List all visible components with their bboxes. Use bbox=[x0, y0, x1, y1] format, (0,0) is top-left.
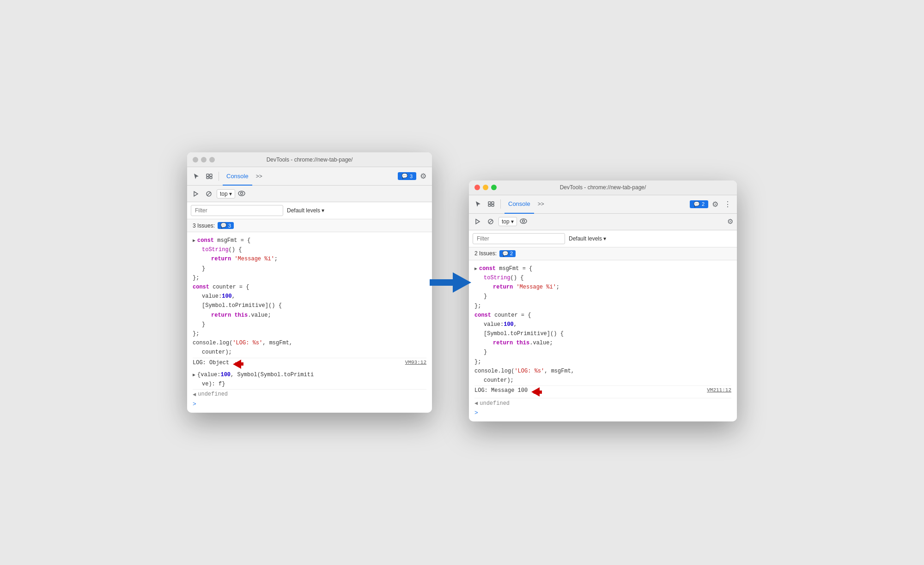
code-line-6: const counter = { bbox=[193, 283, 426, 292]
default-levels-right[interactable]: Default levels ▾ bbox=[569, 235, 606, 242]
toolbar-sep-1 bbox=[219, 172, 219, 181]
svg-marker-13 bbox=[476, 219, 480, 224]
play-icon-right[interactable] bbox=[473, 216, 483, 227]
issues-count-left: 3 bbox=[410, 174, 413, 179]
issues-badge-right[interactable]: 💬 2 bbox=[690, 200, 708, 208]
play-icon-left[interactable] bbox=[191, 189, 201, 199]
issues-inline-badge-right[interactable]: 💬 2 bbox=[499, 250, 516, 257]
code-line-1: ▶ const msgFmt = { bbox=[193, 236, 426, 245]
maximize-btn-left[interactable] bbox=[209, 157, 215, 162]
blue-arrow-container bbox=[432, 272, 469, 293]
r-code-line-4: } bbox=[484, 292, 731, 301]
expand-arrow-1[interactable]: ▶ bbox=[193, 237, 195, 245]
right-log-link[interactable]: VM211:12 bbox=[707, 387, 731, 393]
issues-inline-badge-left[interactable]: 💬 3 bbox=[218, 222, 234, 229]
code-line-10: } bbox=[202, 320, 426, 329]
chevron-down-icon-default-left: ▾ bbox=[322, 207, 324, 214]
left-title-bar: DevTools - chrome://new-tab-page/ bbox=[187, 152, 432, 167]
svg-rect-2 bbox=[207, 177, 209, 179]
r-code-line-13: counter); bbox=[484, 376, 731, 385]
console-tab-right[interactable]: Console bbox=[505, 195, 534, 214]
r-code-line-11: }; bbox=[474, 358, 731, 367]
default-levels-left[interactable]: Default levels ▾ bbox=[287, 207, 324, 214]
left-log-link[interactable]: VM93:12 bbox=[405, 360, 426, 365]
gear-button-right[interactable]: ⚙ bbox=[710, 198, 720, 210]
expand-arrow-object[interactable]: ▶ bbox=[193, 372, 195, 379]
left-issues-bar: 3 Issues: 💬 3 bbox=[187, 219, 432, 232]
right-log-output: LOG: Message 100 bbox=[474, 387, 528, 394]
sec-gear-right[interactable]: ⚙ bbox=[727, 217, 733, 226]
code-line-2: toString () { bbox=[202, 246, 426, 254]
issues-inline-icon-left: 💬 bbox=[220, 222, 227, 228]
r-code-line-9: return this .value; bbox=[493, 339, 731, 348]
right-window-title: DevTools - chrome://new-tab-page/ bbox=[560, 184, 646, 191]
comparison-scene: DevTools - chrome://new-tab-page/ Consol… bbox=[187, 152, 737, 413]
code-line-5: }; bbox=[193, 274, 426, 282]
close-btn-left[interactable] bbox=[193, 157, 198, 162]
left-log-row: LOG: Object VM93:12 bbox=[193, 358, 426, 370]
code-line-9: return this .value; bbox=[211, 311, 426, 320]
right-main-toolbar: Console >> 💬 2 ⚙ ⋮ bbox=[469, 195, 737, 214]
right-log-left: LOG: Message 100 bbox=[474, 387, 707, 397]
filter-input-left[interactable] bbox=[191, 205, 283, 216]
left-collapse-icon: ◀ bbox=[193, 391, 196, 398]
chevron-down-icon-right: ▾ bbox=[511, 218, 514, 225]
left-log-object-line2: ve): f} bbox=[202, 380, 426, 389]
maximize-btn-right[interactable] bbox=[491, 185, 497, 190]
right-title-bar: DevTools - chrome://new-tab-page/ bbox=[469, 180, 737, 195]
r-code-line-3: return 'Message %i' ; bbox=[493, 283, 731, 292]
top-dropdown-right[interactable]: top ▾ bbox=[498, 217, 517, 226]
issues-bar-text-left: 3 Issues: bbox=[193, 222, 215, 229]
right-red-arrow bbox=[531, 387, 540, 397]
right-prompt-line[interactable]: > bbox=[474, 408, 731, 418]
ban-icon-right[interactable] bbox=[486, 216, 496, 227]
layers-icon-right[interactable] bbox=[486, 198, 497, 210]
r-code-line-1: ▶ const msgFmt = { bbox=[474, 264, 731, 273]
eye-icon-left[interactable] bbox=[238, 190, 245, 198]
filter-input-right[interactable] bbox=[473, 233, 565, 244]
svg-rect-12 bbox=[492, 204, 494, 206]
right-secondary-toolbar: top ▾ ⚙ bbox=[469, 214, 737, 230]
issues-chat-icon-right: 💬 bbox=[693, 201, 700, 207]
blue-arrow-head bbox=[453, 272, 471, 293]
svg-rect-10 bbox=[492, 202, 494, 204]
three-dot-right[interactable]: ⋮ bbox=[722, 198, 733, 210]
issues-inline-count-left: 3 bbox=[228, 223, 231, 228]
ban-icon-left[interactable] bbox=[204, 189, 214, 199]
right-log-row: LOG: Message 100 VM211:12 bbox=[474, 385, 731, 398]
r-code-line-10: } bbox=[484, 348, 731, 357]
console-tab-left[interactable]: Console bbox=[223, 167, 252, 186]
left-log-object-line: ▶ {value: 100 , Symbol(Symbol.toPrimiti bbox=[193, 371, 426, 379]
red-arrow-shape-right bbox=[531, 387, 540, 397]
issues-count-right: 2 bbox=[702, 201, 705, 207]
r-code-line-12: console.log( 'LOG: %s' , msgFmt, bbox=[474, 367, 731, 376]
svg-rect-9 bbox=[488, 202, 491, 204]
cursor-icon-left[interactable] bbox=[191, 171, 202, 182]
svg-point-16 bbox=[520, 219, 527, 223]
more-tabs-right[interactable]: >> bbox=[536, 200, 546, 208]
eye-icon-right[interactable] bbox=[520, 218, 527, 225]
svg-rect-1 bbox=[210, 174, 212, 176]
top-dropdown-left[interactable]: top ▾ bbox=[217, 189, 235, 198]
minimize-btn-right[interactable] bbox=[483, 185, 488, 190]
issues-badge-left[interactable]: 💬 3 bbox=[398, 172, 416, 180]
left-window-controls bbox=[193, 157, 215, 162]
blue-arrow-wrapper bbox=[430, 272, 471, 293]
close-btn-right[interactable] bbox=[474, 185, 480, 190]
code-line-11: }; bbox=[193, 330, 426, 338]
red-arrow-shape-left bbox=[233, 360, 241, 369]
gear-button-left[interactable]: ⚙ bbox=[418, 170, 428, 182]
layers-icon-left[interactable] bbox=[204, 171, 215, 182]
right-devtools-window: DevTools - chrome://new-tab-page/ Consol… bbox=[469, 180, 737, 421]
left-prompt-line[interactable]: > bbox=[193, 399, 426, 409]
right-window-controls bbox=[474, 185, 497, 190]
code-line-4: } bbox=[202, 264, 426, 273]
minimize-btn-left[interactable] bbox=[201, 157, 207, 162]
cursor-icon-right[interactable] bbox=[473, 198, 484, 210]
left-devtools-window: DevTools - chrome://new-tab-page/ Consol… bbox=[187, 152, 432, 413]
right-issues-bar: 2 Issues: 💬 2 bbox=[469, 247, 737, 260]
more-tabs-left[interactable]: >> bbox=[254, 172, 264, 180]
svg-point-7 bbox=[238, 191, 245, 196]
r-code-line-5: }; bbox=[474, 302, 731, 311]
r-expand-arrow-1[interactable]: ▶ bbox=[474, 265, 477, 273]
